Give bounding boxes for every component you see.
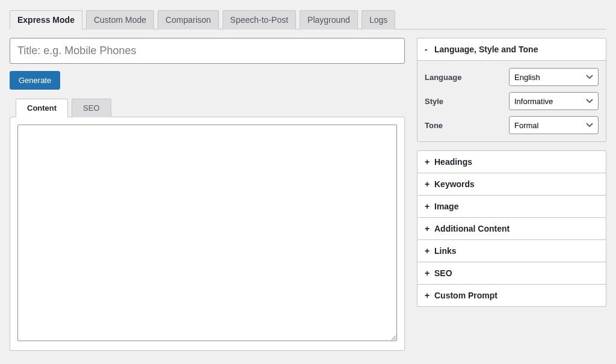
language-label: Language <box>425 73 509 82</box>
plus-icon: + <box>425 246 431 256</box>
plus-icon: + <box>425 202 431 211</box>
plus-icon: + <box>425 268 431 278</box>
nav-tab-express-mode[interactable]: Express Mode <box>10 10 82 29</box>
content-textarea[interactable] <box>17 125 397 341</box>
plus-icon: + <box>425 224 431 233</box>
panel-title-label: Links <box>434 246 457 256</box>
nav-tab-logs[interactable]: Logs <box>362 10 395 29</box>
panel-header-language-style-tone[interactable]: - Language, Style and Tone <box>417 39 606 61</box>
panel-title-label: Language, Style and Tone <box>434 45 538 54</box>
panel-title-label: Keywords <box>434 179 475 189</box>
plus-icon: + <box>425 179 431 189</box>
nav-tab-custom-mode[interactable]: Custom Mode <box>86 10 154 29</box>
sub-tab-content[interactable]: Content <box>16 99 68 117</box>
generate-button[interactable]: Generate <box>10 71 60 90</box>
panel-header-seo[interactable]: + SEO <box>417 262 606 285</box>
panel-header-headings[interactable]: + Headings <box>417 151 606 173</box>
nav-tab-comparison[interactable]: Comparison <box>158 10 218 29</box>
top-nav-tabs: Express Mode Custom Mode Comparison Spee… <box>10 10 606 29</box>
tone-label: Tone <box>425 121 509 130</box>
panel-title-label: SEO <box>434 268 452 278</box>
panel-header-image[interactable]: + Image <box>417 196 606 218</box>
panel-body-language-style-tone: Language English Style Informative Tone … <box>417 61 606 141</box>
minus-icon: - <box>425 45 431 54</box>
style-select[interactable]: Informative <box>509 92 599 110</box>
panel-header-links[interactable]: + Links <box>417 240 606 262</box>
panel-header-custom-prompt[interactable]: + Custom Prompt <box>417 285 606 306</box>
panel-language-style-tone: - Language, Style and Tone Language Engl… <box>417 38 606 142</box>
sub-tabs: Content SEO <box>10 98 405 117</box>
panel-header-keywords[interactable]: + Keywords <box>417 173 606 196</box>
language-select[interactable]: English <box>509 68 599 86</box>
panel-title-label: Additional Content <box>434 224 510 233</box>
panel-title-label: Headings <box>434 157 472 167</box>
panel-title-label: Custom Prompt <box>434 291 497 300</box>
style-label: Style <box>425 97 509 106</box>
panel-header-additional-content[interactable]: + Additional Content <box>417 218 606 240</box>
plus-icon: + <box>425 157 431 167</box>
nav-tab-speech-to-post[interactable]: Speech-to-Post <box>223 10 297 29</box>
plus-icon: + <box>425 291 431 300</box>
panel-title-label: Image <box>434 202 458 211</box>
content-box <box>10 117 405 351</box>
nav-tab-playground[interactable]: Playground <box>300 10 358 29</box>
sub-tab-seo[interactable]: SEO <box>72 99 111 117</box>
title-input[interactable] <box>10 38 405 64</box>
collapsed-panels: + Headings + Keywords + Image + Addition… <box>417 150 606 307</box>
tone-select[interactable]: Formal <box>509 116 599 134</box>
